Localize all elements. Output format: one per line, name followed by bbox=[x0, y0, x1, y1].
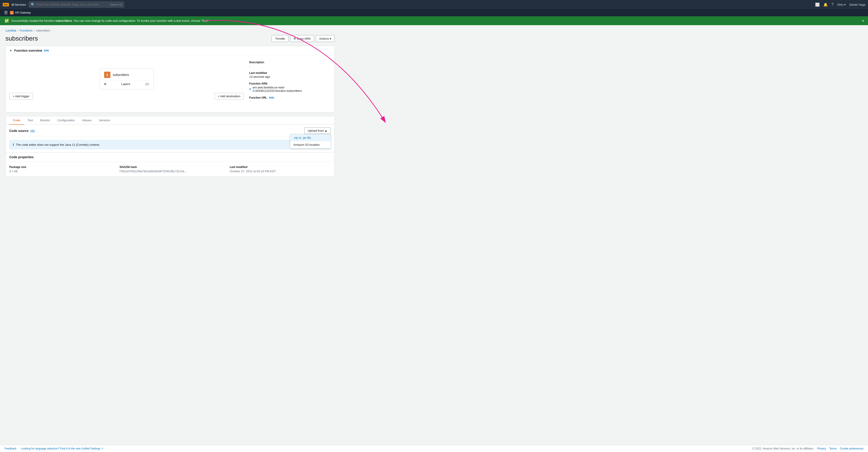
arn-copy-icon[interactable]: ⧉ bbox=[249, 88, 251, 91]
code-source-section: Code source Info Upload from ▲ .zip or .… bbox=[6, 125, 335, 149]
page-title: subscribers bbox=[5, 35, 38, 42]
success-prefix: Successfully created the function bbox=[11, 19, 55, 23]
help-icon[interactable]: ? bbox=[832, 2, 834, 7]
overview-diagram: λ subscribers ⧉ Layers (0) + Add trigger… bbox=[9, 59, 244, 108]
function-url-value: - bbox=[249, 100, 331, 103]
aws-logo-box: aws bbox=[3, 3, 9, 6]
code-editor-text: The code editor does not support the Jav… bbox=[16, 143, 100, 147]
code-last-modified-label: Last modified bbox=[230, 165, 331, 169]
function-arn-label: Function ARN bbox=[249, 82, 331, 85]
description-value: - bbox=[249, 64, 331, 68]
services-menu-button[interactable]: ⊞ Services bbox=[11, 3, 26, 6]
breadcrumb-sep2: › bbox=[34, 29, 35, 32]
function-overview-title: Function overview bbox=[14, 49, 42, 52]
overview-body: λ subscribers ⧉ Layers (0) + Add trigger… bbox=[6, 55, 335, 112]
breadcrumb-functions[interactable]: Functions bbox=[20, 29, 32, 32]
grid-icon: ⊞ bbox=[11, 3, 14, 6]
success-message: Successfully created the function subscr… bbox=[11, 19, 209, 23]
dropdown-item-s3[interactable]: Amazon S3 location bbox=[290, 141, 331, 148]
last-modified-value: 13 seconds ago bbox=[249, 75, 331, 78]
screen-icon[interactable]: ⬜ bbox=[815, 2, 820, 7]
toggle-arrow[interactable]: ▼ bbox=[9, 49, 12, 52]
sha256-prop: SHA256 hash IYB1uH7561ZMa7IEGa5bGEN67ZHK… bbox=[120, 165, 221, 173]
search-icon: 🔍 bbox=[31, 3, 35, 6]
code-props-title: Code properties bbox=[9, 155, 34, 159]
sha256-label: SHA256 hash bbox=[120, 165, 221, 169]
tab-versions[interactable]: Versions bbox=[95, 116, 114, 125]
code-props-body: Package size 0.7 kB SHA256 hash IYB1uH75… bbox=[6, 162, 335, 176]
overview-meta: Description - Last modified 13 seconds a… bbox=[249, 59, 331, 108]
code-editor-message: ℹ The code editor does not support the J… bbox=[9, 140, 331, 149]
upload-dropdown: .zip or .jar file Amazon S3 location bbox=[290, 134, 331, 149]
arn-row: ⧉ arn:aws:lambda:us-east-2:343381122315:… bbox=[249, 86, 331, 93]
bell-icon[interactable]: 🔔 bbox=[823, 2, 828, 7]
package-size-label: Package size bbox=[9, 165, 111, 169]
function-url-info[interactable]: Info bbox=[269, 96, 274, 99]
code-source-info[interactable]: Info bbox=[30, 129, 35, 132]
dropdown-item-zip[interactable]: .zip or .jar file bbox=[290, 134, 331, 141]
api-gateway-icon: A bbox=[10, 11, 13, 14]
tab-monitor[interactable]: Monitor bbox=[36, 116, 54, 125]
function-box: λ subscribers ⧉ Layers (0) bbox=[99, 68, 154, 89]
function-overview-card: ▼ Function overview Info λ subscribers ⧉… bbox=[5, 46, 335, 112]
info-icon: ℹ bbox=[13, 142, 14, 147]
upload-from-button[interactable]: Upload from ▲ bbox=[304, 127, 331, 134]
success-suffix: . You can now change its code and config… bbox=[72, 19, 209, 23]
code-props-header: Code properties bbox=[6, 153, 335, 162]
search-input[interactable] bbox=[36, 3, 109, 6]
layers-label: Layers bbox=[121, 82, 130, 86]
lambda-icon: λ bbox=[104, 72, 111, 78]
code-source-title-text: Code source bbox=[9, 129, 29, 133]
sidebar-toggle[interactable]: ☰ bbox=[3, 10, 9, 15]
layers-icon: ⧉ bbox=[104, 82, 106, 86]
func-box-name: subscribers bbox=[113, 73, 129, 76]
search-shortcut: [Option+S] bbox=[110, 3, 122, 6]
function-url-label-text: Function URL bbox=[249, 96, 267, 99]
tab-test[interactable]: Test bbox=[24, 116, 37, 125]
services-label: Services bbox=[15, 3, 26, 6]
success-function-name: subscribers bbox=[55, 19, 72, 23]
function-arn-item: Function ARN ⧉ arn:aws:lambda:us-east-2:… bbox=[249, 82, 331, 93]
region-selector[interactable]: Ohio ▾ bbox=[837, 3, 846, 6]
page-title-row: subscribers Throttle ⧉ Copy ARN Actions … bbox=[5, 35, 335, 42]
code-source-title: Code source Info bbox=[9, 129, 35, 133]
breadcrumb: Lambda › Functions › subscribers bbox=[5, 29, 335, 32]
function-url-label: Function URL Info bbox=[249, 96, 331, 99]
throttle-button[interactable]: Throttle bbox=[272, 35, 288, 42]
user-menu[interactable]: Daniel Vega bbox=[849, 3, 865, 6]
actions-button[interactable]: Actions ▾ bbox=[316, 35, 335, 42]
tabs-and-content-card: Code Test Monitor Configuration Aliases … bbox=[5, 116, 335, 177]
banner-close-button[interactable]: × bbox=[862, 19, 864, 23]
title-buttons: Throttle ⧉ Copy ARN Actions ▾ bbox=[272, 35, 335, 42]
copy-icon: ⧉ bbox=[293, 37, 296, 40]
code-source-header: Code source Info Upload from ▲ .zip or .… bbox=[6, 125, 335, 137]
package-size-prop: Package size 0.7 kB bbox=[9, 165, 111, 173]
add-trigger-button[interactable]: + Add trigger bbox=[9, 93, 33, 99]
add-destination-button[interactable]: + Add destination bbox=[214, 93, 244, 99]
upload-from-label: Upload from ▲ bbox=[308, 129, 328, 132]
layers-count: (0) bbox=[145, 82, 149, 86]
function-overview-info[interactable]: Info bbox=[44, 49, 49, 52]
code-last-modified-value: October 27, 2022 at 03:19 PM EDT bbox=[230, 169, 331, 173]
last-modified-item: Last modified 13 seconds ago bbox=[249, 71, 331, 78]
upload-btn-container: Upload from ▲ .zip or .jar file Amazon S… bbox=[304, 127, 331, 134]
top-navigation: aws ⊞ Services 🔍 [Option+S] ⬜ 🔔 ? Ohio ▾… bbox=[0, 0, 868, 9]
tab-code[interactable]: Code bbox=[9, 116, 24, 125]
breadcrumb-lambda[interactable]: Lambda bbox=[5, 29, 16, 32]
last-modified-label: Last modified bbox=[249, 71, 331, 74]
breadcrumb-current: subscribers bbox=[36, 29, 50, 32]
layers-row: ⧉ Layers (0) bbox=[104, 80, 149, 86]
nav-right: ⬜ 🔔 ? Ohio ▾ Daniel Vega bbox=[815, 2, 865, 7]
description-label: Description bbox=[249, 61, 331, 64]
function-arn-value: arn:aws:lambda:us-east-2:343381122315:fu… bbox=[253, 86, 331, 93]
code-properties-section: Code properties Package size 0.7 kB SHA2… bbox=[6, 152, 335, 176]
tab-aliases[interactable]: Aliases bbox=[79, 116, 95, 125]
tab-configuration[interactable]: Configuration bbox=[54, 116, 79, 125]
aws-logo[interactable]: aws bbox=[3, 3, 9, 6]
sha256-value: IYB1uH7561ZMa7IEGa5bGEN67ZHKGBLTZLOa... bbox=[120, 169, 221, 173]
search-box[interactable]: 🔍 [Option+S] bbox=[29, 2, 124, 7]
copy-arn-button[interactable]: ⧉ Copy ARN bbox=[290, 35, 314, 42]
main-content: Lambda › Functions › subscribers subscri… bbox=[0, 25, 340, 184]
code-last-modified-prop: Last modified October 27, 2022 at 03:19 … bbox=[230, 165, 331, 173]
func-name-row: λ subscribers bbox=[104, 72, 149, 78]
